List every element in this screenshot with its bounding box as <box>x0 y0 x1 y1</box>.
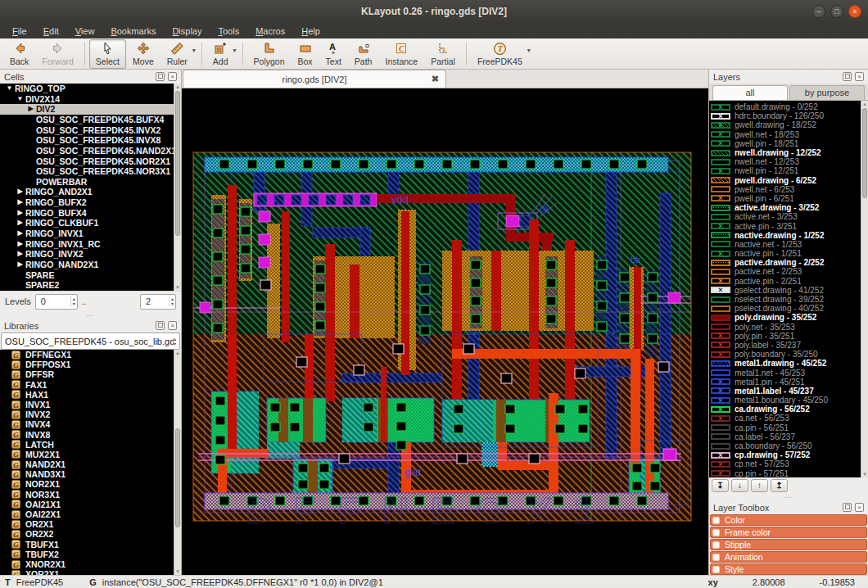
layer-row-gwell.pin[interactable]: ×gwell.pin - 18/251 <box>711 139 860 148</box>
cell-tree-item-ringo_bufx2[interactable]: ▶RINGO_BUFX2 <box>0 197 181 208</box>
layer-swatch[interactable] <box>711 314 730 321</box>
ruler-button[interactable]: Ruler <box>160 39 194 69</box>
dropdown-arrow-icon[interactable]: ▾ <box>192 47 196 54</box>
layer-row-metal1.net[interactable]: metal1.net - 45/253 <box>711 368 860 377</box>
layer-row-gselect.drawing[interactable]: ×gselect.drawing - 41/252 <box>711 286 860 295</box>
layer-swatch[interactable]: × <box>711 461 730 468</box>
layer-row-active.net[interactable]: active.net - 3/253 <box>711 212 860 221</box>
close-panel-icon[interactable]: × <box>855 503 864 512</box>
cell-tree-item-ringo_nand2x1[interactable]: ▶RINGO_NAND2X1 <box>0 260 181 270</box>
cells-scrollbar[interactable]: ▲ ▼ <box>174 84 181 291</box>
layer-row-cp.pin[interactable]: ×cp.pin - 57/251 <box>711 469 860 478</box>
layer-row-poly.net[interactable]: poly.net - 35/253 <box>711 323 860 332</box>
layer-row-active.pin[interactable]: ×active.pin - 3/251 <box>711 221 860 230</box>
expand-arrow-icon[interactable]: ▶ <box>15 260 25 270</box>
layer-row-ca.drawing[interactable]: ×ca.drawing - 56/252 <box>711 405 860 414</box>
library-cell-invx4[interactable]: GINVX4 <box>0 419 181 429</box>
layer-row-nwell.pin[interactable]: ×nwell.pin - 12/251 <box>711 166 860 175</box>
layer-row-nactive.drawing[interactable]: nactive.drawing - 1/252 <box>711 231 860 240</box>
library-cell-hax1[interactable]: GHAX1 <box>0 390 181 400</box>
dropdown-arrow-icon[interactable]: ▾ <box>527 47 531 54</box>
cell-tree-item-osu_soc_freepdk45.nor2x1[interactable]: OSU_SOC_FREEPDK45.NOR2X1 <box>0 156 181 166</box>
layer-toolbox-section-color[interactable]: Color <box>710 514 867 526</box>
section-expand-box[interactable] <box>712 554 720 561</box>
cell-tree-item-osu_soc_freepdk45.invx8[interactable]: OSU_SOC_FREEPDK45.INVX8 <box>0 135 181 146</box>
library-cell-or2x1[interactable]: GOR2X1 <box>0 519 181 529</box>
cell-tree-item-ringo_invx2[interactable]: ▶RINGO_INVX2 <box>0 249 181 260</box>
layer-row-pwell.drawing[interactable]: pwell.drawing - 6/252 <box>711 176 860 185</box>
layer-row-pactive.drawing[interactable]: pactive.drawing - 2/252 <box>711 258 860 267</box>
expand-arrow-icon[interactable]: ▶ <box>15 228 25 239</box>
layer-swatch[interactable]: × <box>711 415 730 422</box>
cell-tree-item-ringo_invx1[interactable]: ▶RINGO_INVX1 <box>0 228 181 239</box>
close-panel-icon[interactable]: × <box>855 72 864 81</box>
section-expand-box[interactable] <box>712 529 720 536</box>
gds-layout-drawing[interactable]: DFFNEGX1 vdd gnd clk bb <box>182 88 708 575</box>
layer-swatch[interactable]: × <box>711 113 730 120</box>
float-panel-icon[interactable] <box>843 503 852 512</box>
maximize-button[interactable]: □ <box>830 5 843 18</box>
dropdown-arrow-icon[interactable]: ▾ <box>233 47 237 54</box>
layer-swatch[interactable]: × <box>711 378 730 385</box>
layer-swatch[interactable] <box>711 424 730 431</box>
close-button[interactable]: × <box>848 5 861 18</box>
layers-scrollbar[interactable]: ▲ ▼ <box>861 101 868 477</box>
expand-arrow-icon[interactable]: ▶ <box>25 104 36 115</box>
layer-row-ca.label[interactable]: ca.label - 56/237 <box>711 432 860 441</box>
layer-swatch[interactable] <box>711 205 730 211</box>
cell-tree-item-ringo_clkbuf1[interactable]: ▶RINGO_CLKBUF1 <box>0 218 181 228</box>
layer-swatch[interactable]: × <box>711 287 730 293</box>
library-cell-or2x2[interactable]: GOR2X2 <box>0 529 181 539</box>
layer-toolbox-section-stipple[interactable]: Stipple <box>710 539 867 550</box>
levels-from-spinbox[interactable]: 0 ▴▾ <box>35 294 78 310</box>
layer-row-nactive.net[interactable]: nactive.net - 1/253 <box>711 240 860 249</box>
layer-swatch[interactable]: × <box>711 332 730 339</box>
layer-swatch[interactable]: × <box>711 251 730 257</box>
section-expand-box[interactable] <box>712 566 720 573</box>
menu-edit[interactable]: Edit <box>36 25 66 37</box>
layer-swatch[interactable]: × <box>711 122 730 129</box>
library-cell-invx2[interactable]: GINVX2 <box>0 409 181 419</box>
layer-row-pwell.net[interactable]: pwell.net - 6/253 <box>711 185 860 194</box>
add-button[interactable]: Add <box>206 39 235 69</box>
layer-swatch[interactable] <box>711 214 730 220</box>
library-cell-invx8[interactable]: GINVX8 <box>0 430 181 440</box>
freepdk45-button[interactable]: TFreePDK45 <box>471 39 529 69</box>
menu-display[interactable]: Display <box>165 25 209 37</box>
layer-row-cp.net[interactable]: ×cp.net - 57/253 <box>711 459 860 468</box>
layer-row-poly.boundary[interactable]: ×poly.boundary - 35/250 <box>711 350 860 359</box>
layer-swatch[interactable] <box>711 232 730 238</box>
layer-swatch[interactable]: × <box>711 452 730 459</box>
layer-toolbox-section-frame-color[interactable]: Frame color <box>710 527 867 538</box>
library-cell-dffposx1[interactable]: GDFFPOSX1 <box>0 360 181 369</box>
minimize-button[interactable]: – <box>812 5 825 18</box>
layer-swatch[interactable]: × <box>711 341 730 348</box>
layer-row-poly.label[interactable]: ×poly.label - 35/237 <box>711 341 860 350</box>
layer-swatch[interactable] <box>711 443 730 450</box>
layer-swatch[interactable] <box>711 296 730 303</box>
cell-tree-item-osu_soc_freepdk45.nor3x1[interactable]: OSU_SOC_FREEPDK45.NOR3X1 <box>0 166 181 177</box>
expand-arrow-icon[interactable]: ▶ <box>15 239 25 250</box>
move-top-icon[interactable]: ↥ <box>771 479 788 492</box>
expand-arrow-icon[interactable]: ▶ <box>15 187 25 197</box>
back-button[interactable]: Back <box>3 39 35 69</box>
move-up-icon[interactable]: ↑ <box>751 479 768 492</box>
layer-row-ca.net[interactable]: ×ca.net - 56/253 <box>711 414 860 423</box>
library-cell-mux2x1[interactable]: GMUX2X1 <box>0 450 181 459</box>
tab-ringo-gds[interactable]: ringo.gds [DIV2] ✖ <box>183 70 446 88</box>
collapse-arrow-icon[interactable]: ▼ <box>4 84 15 94</box>
layer-swatch[interactable]: × <box>711 104 730 111</box>
library-cell-nand3x1[interactable]: GNAND3X1 <box>0 469 181 479</box>
layer-swatch[interactable] <box>711 369 730 376</box>
layer-swatch[interactable]: × <box>711 397 730 404</box>
layers-tab-all[interactable]: all <box>712 85 788 100</box>
library-cell-nor2x1[interactable]: GNOR2X1 <box>0 479 181 489</box>
layer-swatch[interactable]: × <box>711 140 730 147</box>
layer-swatch[interactable]: × <box>711 131 730 138</box>
layer-swatch[interactable]: × <box>711 223 730 229</box>
layer-swatch[interactable]: × <box>711 195 730 201</box>
layer-row-metal1.drawing[interactable]: metal1.drawing - 45/252 <box>711 359 860 368</box>
layer-swatch[interactable] <box>711 269 730 275</box>
libraries-scrollbar[interactable]: ▲ ▼ <box>174 350 181 575</box>
library-cell-xor2x1[interactable]: GXOR2X1 <box>0 569 181 575</box>
